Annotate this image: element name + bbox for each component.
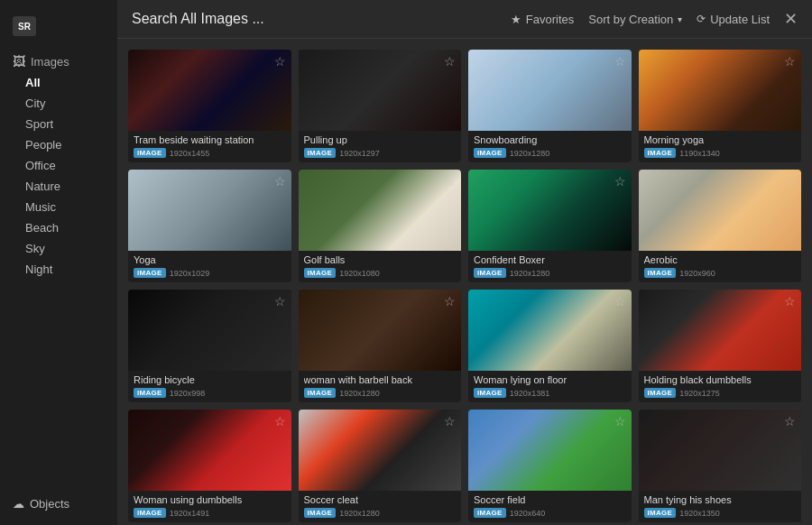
image-card[interactable]: ☆ Confident Boxer IMAGE 1920x1280 [468,170,632,282]
image-card[interactable]: ☆ Man tying his shoes IMAGE 1920x1350 [639,410,802,522]
image-card[interactable]: ☆ Golf balls IMAGE 1920x1080 [299,170,462,282]
card-thumbnail: ☆ [299,410,462,491]
favorites-label: Favorites [526,13,574,26]
card-thumbnail: ☆ [468,290,632,371]
favorite-star-icon[interactable]: ☆ [784,174,796,189]
card-info: Golf balls IMAGE 1920x1080 [299,251,462,282]
favorite-star-icon[interactable]: ☆ [444,54,456,69]
image-card[interactable]: ☆ Riding bicycle IMAGE 1920x998 [128,290,291,402]
main-area: Search All Images ... ★ Favorites Sort b… [117,0,812,525]
refresh-icon: ⟳ [697,13,706,25]
sidebar-item-nature[interactable]: Nature [13,176,105,197]
objects-label: Objects [30,497,69,511]
image-grid-container[interactable]: ☆ Tram beside waiting station IMAGE 1920… [117,39,812,525]
favorite-star-icon[interactable]: ☆ [614,174,626,189]
card-thumb-bg [128,290,291,371]
favorite-star-icon[interactable]: ☆ [614,414,626,428]
image-card[interactable]: ☆ woman with barbell back IMAGE 1920x128… [299,290,462,402]
image-card[interactable]: ☆ Holding black dumbbells IMAGE 1920x127… [639,290,802,402]
card-title: Soccer cleat [304,494,457,505]
favorite-star-icon[interactable]: ☆ [614,54,626,69]
card-thumbnail: ☆ [639,50,802,131]
sidebar-item-office[interactable]: Office [13,155,105,176]
card-meta: IMAGE 1920x1275 [644,388,797,398]
card-title: Woman using dumbbells [134,494,286,505]
image-card[interactable]: ☆ Tram beside waiting station IMAGE 1920… [128,50,291,162]
sidebar-item-all[interactable]: All [13,72,105,93]
favorites-button[interactable]: ★ Favorites [511,13,574,26]
image-card[interactable]: ☆ Morning yoga IMAGE 1190x1340 [639,50,802,162]
card-meta: IMAGE 1920x640 [474,508,626,518]
images-section-header: 🖼 Images [13,54,105,69]
card-dimensions: 1920x1381 [510,389,550,398]
card-thumbnail: ☆ [128,50,291,131]
card-title: Woman lying on floor [474,374,626,385]
card-thumbnail: ☆ [639,290,802,371]
favorite-star-icon[interactable]: ☆ [784,294,796,309]
image-card[interactable]: ☆ Pulling up IMAGE 1920x1297 [299,50,462,162]
sidebar-item-music[interactable]: Music [13,197,105,217]
update-label: Update List [710,13,770,26]
card-meta: IMAGE 1920x1491 [134,508,286,518]
card-thumbnail: ☆ [639,410,802,491]
favorite-star-icon[interactable]: ☆ [274,294,286,309]
card-thumb-bg [639,50,802,131]
sidebar-item-sport[interactable]: Sport [13,114,105,134]
images-section: 🖼 Images AllCitySportPeopleOfficeNatureM… [0,49,117,283]
card-meta: IMAGE 1920x1455 [134,148,286,158]
image-card[interactable]: ☆ Woman using dumbbells IMAGE 1920x1491 [128,410,291,522]
card-dimensions: 1920x1280 [510,149,550,158]
card-thumbnail: ☆ [299,290,462,371]
card-title: Yoga [134,254,286,265]
card-thumb-bg [299,410,462,491]
card-dimensions: 1920x1455 [170,149,210,158]
card-thumbnail: ☆ [468,170,632,251]
card-title: Man tying his shoes [644,494,797,505]
image-card[interactable]: ☆ Soccer cleat IMAGE 1920x1280 [299,410,462,522]
card-dimensions: 1190x1340 [679,149,720,158]
card-dimensions: 1920x1080 [339,269,380,278]
sidebar-item-people[interactable]: People [13,134,105,155]
card-meta: IMAGE 1920x1280 [474,148,626,158]
image-type-badge: IMAGE [134,508,166,518]
card-thumb-bg [128,170,291,251]
image-card[interactable]: ☆ Woman lying on floor IMAGE 1920x1381 [468,290,632,402]
card-info: Yoga IMAGE 1920x1029 [128,251,291,282]
favorite-star-icon[interactable]: ☆ [274,174,286,189]
card-meta: IMAGE 1920x998 [134,388,286,398]
favorite-star-icon[interactable]: ☆ [614,294,626,309]
image-card[interactable]: ☆ Snowboarding IMAGE 1920x1280 [468,50,632,162]
favorite-star-icon[interactable]: ☆ [444,294,456,309]
image-card[interactable]: ☆ Aerobic IMAGE 1920x960 [639,170,802,282]
sidebar-item-objects[interactable]: ☁ Objects [0,492,117,516]
card-thumb-bg [639,410,802,491]
image-type-badge: IMAGE [644,388,677,398]
favorite-star-icon[interactable]: ☆ [444,414,456,428]
favorite-star-icon[interactable]: ☆ [784,54,796,69]
image-type-badge: IMAGE [304,268,337,278]
sidebar-item-sky[interactable]: Sky [13,238,105,259]
sidebar-item-city[interactable]: City [13,93,105,114]
card-dimensions: 1920x1280 [339,509,380,518]
card-thumb-bg [299,290,462,371]
card-meta: IMAGE 1920x960 [644,268,797,278]
card-info: Holding black dumbbells IMAGE 1920x1275 [639,371,802,402]
card-thumbnail: ☆ [468,410,632,491]
sidebar-item-night[interactable]: Night [13,259,105,280]
card-thumb-bg [299,170,462,251]
image-card[interactable]: ☆ Soccer field IMAGE 1920x640 [468,410,632,522]
image-card[interactable]: ☆ Yoga IMAGE 1920x1029 [128,170,291,282]
favorite-star-icon[interactable]: ☆ [444,174,456,189]
favorite-star-icon[interactable]: ☆ [274,414,286,428]
sidebar-item-beach[interactable]: Beach [13,217,105,238]
update-list-button[interactable]: ⟳ Update List [697,13,770,26]
image-type-badge: IMAGE [134,388,166,398]
card-meta: IMAGE 1190x1340 [644,148,797,158]
favorite-star-icon[interactable]: ☆ [274,54,286,69]
card-dimensions: 1920x998 [170,389,206,398]
card-info: Confident Boxer IMAGE 1920x1280 [468,251,632,282]
sort-button[interactable]: Sort by Creation ▾ [588,13,682,26]
card-title: Confident Boxer [474,254,626,265]
favorite-star-icon[interactable]: ☆ [784,414,796,428]
close-button[interactable]: ✕ [784,11,798,27]
